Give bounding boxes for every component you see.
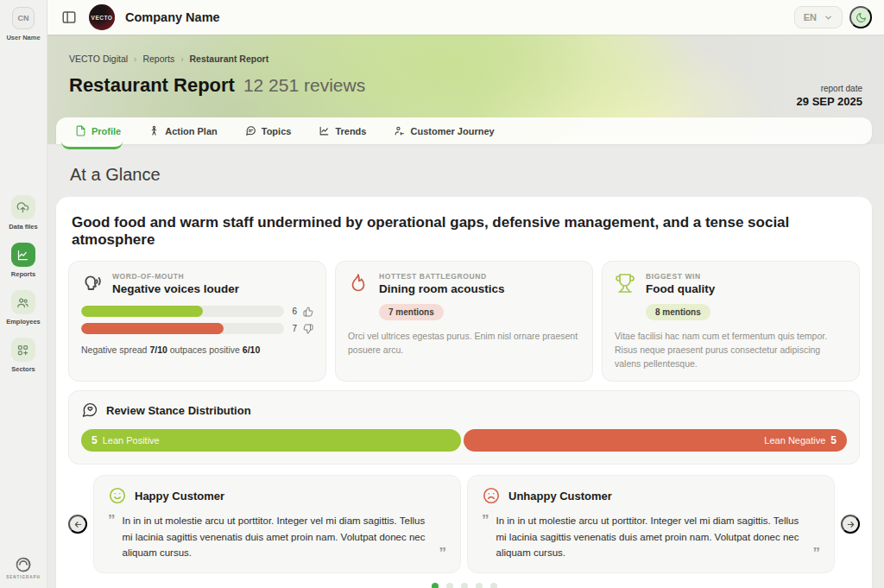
sidebar-item-sectors[interactable]: Sectors xyxy=(11,338,35,373)
sidebar-item-data-files[interactable]: Data files xyxy=(9,195,37,231)
carousel-dot[interactable] xyxy=(476,583,483,588)
title-row: Restaurant Report 12 251 reviews report … xyxy=(69,74,862,108)
open-quote-icon: ” xyxy=(482,513,489,560)
carousel-next-button[interactable] xyxy=(841,515,860,534)
stat-body-text: Vitae facilisi hac nam cum et fermentum … xyxy=(615,330,847,370)
positive-bar-fill xyxy=(81,306,203,317)
stance-bar: 5 Lean Positive Lean Negative 5 xyxy=(81,429,847,452)
summary-headline: Good food and warm staff undermined by o… xyxy=(68,209,860,261)
negative-bar-row: 7 xyxy=(81,323,313,334)
positive-bar-row: 6 xyxy=(81,306,313,317)
breadcrumb-current: Restaurant Report xyxy=(190,54,269,64)
report-date-block: report date 29 SEP 2025 xyxy=(797,84,862,108)
breadcrumb-separator-icon: › xyxy=(134,54,136,64)
sentigraph-wordmark: SENTIGRAPH xyxy=(6,575,41,579)
at-a-glance-panel: Good food and warm staff undermined by o… xyxy=(56,197,872,588)
sidebar-toggle-icon[interactable] xyxy=(61,9,77,25)
tab-label: Action Plan xyxy=(165,126,218,136)
tab-bar: Profile Action Plan Topics Trends xyxy=(56,117,872,144)
tab-label: Trends xyxy=(335,126,366,136)
person-route-icon xyxy=(394,125,405,136)
sidebar-item-reports[interactable]: Reports xyxy=(11,243,35,278)
carousel-dot[interactable] xyxy=(432,583,439,588)
grid-icon xyxy=(11,338,35,362)
carousel-dots xyxy=(68,583,860,588)
tab-profile[interactable]: Profile xyxy=(61,117,135,144)
report-chart-icon xyxy=(11,243,35,267)
lean-positive-segment: 5 Lean Positive xyxy=(81,429,461,452)
breadcrumb-item[interactable]: Reports xyxy=(142,54,174,64)
word-of-mouth-icon xyxy=(81,273,104,295)
tab-label: Topics xyxy=(262,126,292,136)
breadcrumb: VECTO Digital › Reports › Restaurant Rep… xyxy=(69,35,862,64)
flame-icon xyxy=(348,273,370,295)
avatar[interactable]: CN xyxy=(12,7,35,29)
breadcrumb-item[interactable]: VECTO Digital xyxy=(69,54,128,64)
language-selector[interactable]: EN xyxy=(794,6,843,28)
page-title: Restaurant Report xyxy=(69,74,235,97)
stat-title: Dining room acoustics xyxy=(379,282,505,295)
cloud-upload-icon xyxy=(11,195,35,219)
section-title: At a Glance xyxy=(70,165,872,185)
tab-label: Customer Journey xyxy=(410,126,494,136)
person-walk-icon xyxy=(148,125,160,136)
lean-positive-label: Lean Positive xyxy=(103,435,160,446)
negative-count: 7 xyxy=(290,324,297,333)
lean-negative-segment: Lean Negative 5 xyxy=(464,429,847,452)
tab-topics[interactable]: Topics xyxy=(231,117,306,144)
tab-label: Profile xyxy=(92,126,121,136)
carousel-dot[interactable] xyxy=(490,583,497,588)
close-quote-icon: ” xyxy=(813,546,821,560)
stat-title: Negative voices louder xyxy=(112,282,239,295)
quote-title: Happy Customer xyxy=(135,490,224,503)
happy-customer-card: Happy Customer ” In in in ut molestie ar… xyxy=(93,475,461,573)
company-name: Company Name xyxy=(125,10,220,24)
trophy-icon xyxy=(615,273,637,295)
stat-kicker: WORD-OF-MOUTH xyxy=(112,272,239,281)
sidebar-item-label: Employees xyxy=(6,318,41,326)
vecto-logo-text: VECTO xyxy=(92,15,113,21)
document-icon xyxy=(75,125,86,136)
stat-body-text: Orci vel ultrices egestas purus. Enim ni… xyxy=(348,330,580,357)
breadcrumb-separator-icon: › xyxy=(180,54,183,64)
stat-kicker: HOTTEST BATTLEGROUND xyxy=(379,272,505,281)
word-of-mouth-card: WORD-OF-MOUTH Negative voices louder 6 xyxy=(68,261,326,382)
sidebar-item-employees[interactable]: Employees xyxy=(6,290,41,326)
report-hero: VECTO Digital › Reports › Restaurant Rep… xyxy=(47,35,884,144)
quote-text: In in in ut molestie arcu ut porttitor. … xyxy=(496,513,806,560)
dark-mode-toggle[interactable] xyxy=(849,6,872,28)
arrow-right-icon xyxy=(846,520,856,529)
biggest-win-card: BIGGEST WIN Food quality 8 mentions Vita… xyxy=(602,261,860,382)
frowny-face-icon xyxy=(482,486,501,505)
carousel-dot[interactable] xyxy=(446,583,453,588)
sidebar-item-label: Reports xyxy=(11,270,35,278)
tab-trends[interactable]: Trends xyxy=(305,117,380,144)
negative-bar-track xyxy=(81,323,284,334)
open-quote-icon: ” xyxy=(108,513,116,560)
topbar: VECTO Company Name EN xyxy=(47,0,884,35)
thumbs-up-icon xyxy=(303,307,313,317)
sentigraph-logo-icon xyxy=(15,556,32,573)
moon-icon xyxy=(856,12,867,23)
report-date-value: 29 SEP 2025 xyxy=(797,95,862,108)
positive-count: 6 xyxy=(290,307,297,316)
quotes-carousel: Happy Customer ” In in in ut molestie ar… xyxy=(68,475,860,573)
voice-bars: 6 7 xyxy=(81,306,313,334)
lean-negative-value: 5 xyxy=(830,434,837,446)
stat-title: Food quality xyxy=(646,282,715,295)
carousel-dot[interactable] xyxy=(461,583,468,588)
mentions-badge: 7 mentions xyxy=(379,304,444,320)
carousel-prev-button[interactable] xyxy=(68,515,87,534)
app-column: VECTO Company Name EN VECTO Digital › Re… xyxy=(47,0,884,588)
vecto-logo[interactable]: VECTO xyxy=(89,4,115,30)
thumbs-down-icon xyxy=(303,324,313,334)
tab-action-plan[interactable]: Action Plan xyxy=(135,117,231,144)
stat-kicker: BIGGEST WIN xyxy=(646,272,715,281)
sidebar-item-label: Data files xyxy=(9,223,37,231)
language-code: EN xyxy=(804,12,817,22)
quote-title: Unhappy Customer xyxy=(508,490,612,503)
user-name-label: User Name xyxy=(6,34,40,41)
sidebar: CN User Name Data files Reports Employee… xyxy=(0,0,47,588)
tab-customer-journey[interactable]: Customer Journey xyxy=(380,117,508,144)
mentions-badge: 8 mentions xyxy=(646,304,710,320)
